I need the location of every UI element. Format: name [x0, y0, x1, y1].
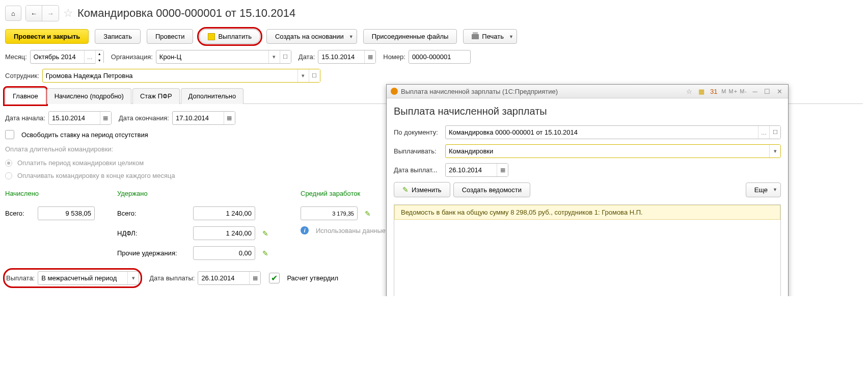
org-label: Организация: — [111, 53, 153, 61]
forward-button[interactable]: → — [42, 6, 59, 21]
end-date-input[interactable] — [173, 112, 224, 124]
post-and-close-button[interactable]: Провести и закрыть — [5, 29, 89, 44]
pay-button-label: Выплатить — [218, 33, 252, 40]
avg-salary-input[interactable] — [301, 207, 357, 220]
employee-label: Сотрудник: — [5, 72, 39, 80]
month-spin-up[interactable]: ▲ — [95, 50, 103, 57]
by-doc-input[interactable] — [446, 126, 758, 139]
close-icon[interactable]: ✕ — [775, 87, 784, 96]
by-doc-ellipsis[interactable]: … — [758, 126, 769, 139]
by-doc-open[interactable]: ☐ — [769, 126, 780, 139]
org-open-button[interactable]: ☐ — [280, 50, 291, 63]
dialog-titlebar-text: Выплата начисленной зарплаты (1С:Предпри… — [401, 88, 682, 95]
attached-files-button[interactable]: Присоединенные файлы — [363, 29, 457, 44]
pencil-icon: ✎ — [402, 186, 409, 194]
payment-dialog: Выплата начисленной зарплаты (1С:Предпри… — [386, 84, 789, 296]
date-label: Дата: — [299, 53, 315, 61]
dlg-pay-date-input[interactable] — [446, 164, 497, 176]
memory-buttons[interactable]: M M+ M- — [721, 87, 747, 96]
payment-drop[interactable]: ▾ — [127, 272, 139, 284]
start-date-cal[interactable]: ▦ — [100, 112, 111, 124]
create-based-label: Создать на основании — [275, 33, 344, 40]
chevron-down-icon: ▼ — [509, 34, 513, 39]
pay-button[interactable]: Выплатить — [199, 29, 260, 44]
print-button[interactable]: Печать ▼ — [463, 29, 517, 44]
free-rate-checkbox[interactable] — [5, 130, 14, 139]
tab-pfr[interactable]: Стаж ПФР — [132, 88, 180, 104]
data-used-label: Использованы данные о — [316, 227, 391, 234]
calc-approved-checkbox[interactable]: ✔ — [269, 273, 280, 283]
dlg-pay-date-label: Дата выплат... — [394, 166, 442, 174]
end-date-cal[interactable]: ▦ — [224, 112, 235, 124]
info-icon[interactable]: i — [301, 226, 309, 234]
payment-summary-row[interactable]: Ведомость в банк на общую сумму 8 298,05… — [394, 205, 780, 220]
arrow-right-icon: → — [47, 10, 54, 17]
calc-approved-label: Расчет утвердил — [287, 274, 338, 282]
pay-date-cal[interactable]: ▦ — [249, 272, 260, 284]
pay-doc-icon — [208, 33, 215, 40]
payment-input[interactable] — [38, 272, 127, 284]
emp-drop-button[interactable]: ▾ — [297, 69, 309, 82]
maximize-icon[interactable]: ☐ — [763, 87, 772, 96]
favorite-icon[interactable]: ☆ — [685, 87, 694, 96]
org-input[interactable] — [156, 50, 268, 63]
start-date-input[interactable] — [49, 112, 100, 124]
other-withheld-input[interactable] — [194, 247, 255, 259]
create-based-button[interactable]: Создать на основании ▼ — [266, 29, 357, 44]
avg-salary-header: Средний заработок — [301, 190, 391, 197]
pencil-icon[interactable]: ✎ — [365, 210, 371, 218]
tab-accrued-detail[interactable]: Начислено (подробно) — [47, 88, 131, 104]
month-input[interactable] — [31, 50, 84, 63]
month-ellipsis-button[interactable]: … — [84, 50, 95, 63]
date-input[interactable] — [318, 50, 364, 63]
withheld-header: Удержано — [117, 190, 285, 197]
accrued-total-input[interactable] — [38, 207, 94, 220]
withheld-total-input[interactable] — [194, 207, 255, 220]
other-withheld-label: Прочие удержания: — [117, 249, 186, 257]
ndfl-label: НДФЛ: — [117, 229, 186, 237]
number-input[interactable] — [409, 50, 470, 63]
dialog-heading: Выплата начисленной зарплаты — [394, 106, 781, 117]
chevron-down-icon: ▼ — [773, 187, 777, 192]
radio-pay-monthly-label: Оплачивать командировку в конце каждого … — [17, 172, 175, 179]
calendar-icon[interactable]: 31 — [709, 87, 718, 96]
printer-icon — [472, 34, 479, 39]
employee-input[interactable] — [43, 69, 297, 82]
home-icon: ⌂ — [11, 10, 15, 17]
pencil-icon[interactable]: ✎ — [262, 229, 268, 238]
arrow-left-icon: ← — [31, 10, 37, 17]
edit-button[interactable]: ✎ Изменить — [394, 182, 450, 197]
more-button[interactable]: Еще ▼ — [746, 182, 781, 197]
pay-what-drop[interactable]: ▾ — [769, 145, 780, 158]
emp-open-button[interactable]: ☐ — [309, 69, 320, 82]
org-drop-button[interactable]: ▾ — [268, 50, 280, 63]
create-sheets-button[interactable]: Создать ведомости — [453, 182, 530, 197]
post-button[interactable]: Провести — [147, 29, 194, 44]
number-label: Номер: — [383, 53, 405, 61]
minimize-icon[interactable]: ─ — [750, 87, 760, 96]
pencil-icon[interactable]: ✎ — [262, 249, 268, 257]
more-label: Еще — [754, 186, 768, 194]
pay-date-input[interactable] — [198, 272, 249, 284]
month-label: Месяц: — [5, 53, 27, 61]
month-spin-down[interactable]: ▼ — [95, 57, 103, 64]
edit-label: Изменить — [412, 186, 442, 194]
dlg-pay-date-cal[interactable]: ▦ — [497, 164, 508, 176]
calculator-icon[interactable]: ▦ — [697, 87, 706, 96]
pay-what-input[interactable] — [446, 145, 769, 158]
payment-list[interactable]: Ведомость в банк на общую сумму 8 298,05… — [394, 204, 781, 296]
home-button[interactable]: ⌂ — [5, 6, 21, 21]
end-date-label: Дата окончания: — [119, 114, 169, 122]
accrued-header: Начислено — [5, 190, 102, 197]
free-rate-label: Освободить ставку на период отсутствия — [21, 131, 148, 139]
save-button[interactable]: Записать — [95, 29, 141, 44]
radio-pay-whole — [5, 160, 12, 167]
tab-main[interactable]: Главное — [5, 88, 46, 104]
ndfl-input[interactable] — [194, 227, 255, 240]
favorite-star-icon[interactable]: ☆ — [63, 7, 73, 20]
dialog-titlebar[interactable]: Выплата начисленной зарплаты (1С:Предпри… — [387, 85, 788, 98]
tab-additional[interactable]: Дополнительно — [181, 88, 244, 104]
back-button[interactable]: ← — [26, 6, 42, 21]
start-date-label: Дата начала: — [5, 114, 45, 122]
date-cal-button[interactable]: ▦ — [364, 50, 375, 63]
